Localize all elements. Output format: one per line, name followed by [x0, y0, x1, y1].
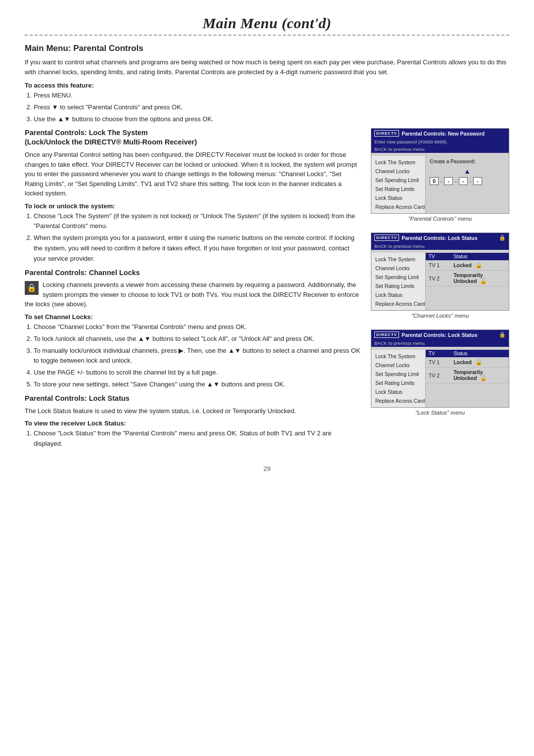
- access-feature-label: To access this feature:: [25, 82, 509, 89]
- screen1-panel-title: Create a Password:: [430, 159, 505, 164]
- screen3-subtext: BACK to previous menu.: [371, 339, 509, 347]
- lock-icon: 🔒: [25, 281, 39, 295]
- screen2-channel-locks: Channel Locks: [371, 264, 425, 273]
- tv1-lock-icon-3: 🔒: [475, 359, 483, 366]
- screen2-menu: Lock The System Channel Locks Set Spendi…: [371, 253, 426, 310]
- channel-lock-step-3: To manually lock/unlock individual chann…: [34, 346, 361, 367]
- tv1-row-3: TV 1 Locked 🔒: [426, 357, 509, 368]
- tv1-status: Locked 🔒: [450, 260, 509, 271]
- screen2-title: Parental Controls: Lock Status: [401, 235, 477, 241]
- menu-lock-status: Lock Status: [371, 193, 425, 202]
- tv-screen-2: DIRECTV Parental Controls: Lock Status 🔒…: [371, 233, 509, 311]
- tv1-status-3: Locked 🔒: [450, 357, 509, 368]
- access-feature-steps: Press MENU. Press ▼ to select "Parental …: [34, 91, 509, 124]
- screen2-caption: "Channel Locks" menu: [371, 313, 509, 319]
- screen3-lock-icon: 🔒: [499, 331, 506, 338]
- digit-1: -: [444, 177, 453, 185]
- lock-step-1: Choose "Lock The System" (if the system …: [34, 211, 361, 232]
- intro-text: If you want to control what channels and…: [25, 57, 509, 77]
- channel-lock-step-2: To lock /unlock all channels, use the ▲▼…: [34, 334, 361, 344]
- divider: [25, 35, 509, 36]
- access-step-2: Press ▼ to select "Parental Controls" an…: [34, 102, 509, 113]
- screen3-channel-locks: Channel Locks: [371, 361, 425, 370]
- status3-header-row: TV Status: [426, 350, 509, 357]
- digit-3: -: [473, 177, 482, 185]
- menu-set-spending: Set Spending Limit: [371, 176, 425, 185]
- page-title: Main Menu (cont'd): [25, 15, 509, 32]
- lock-system-body: Once any Parental Control setting has be…: [25, 150, 361, 198]
- screen1-title: Parental Controls: New Password: [401, 131, 485, 137]
- screen1-header: DIRECTV Parental Controls: New Password: [371, 129, 509, 138]
- lock-system-title: Parental Controls: Lock The System (Lock…: [25, 128, 361, 147]
- screen2-rating: Set Rating Limits: [371, 282, 425, 290]
- status-col-header: Status: [450, 253, 509, 260]
- tv2-status-3: TemporarilyUnlocked 🔓: [450, 368, 509, 383]
- screen2-lock-icon: 🔒: [499, 235, 506, 241]
- directv-logo-2: DIRECTV: [374, 235, 399, 241]
- screen3-lock-system: Lock The System: [371, 352, 425, 361]
- lock-status-steps: Choose "Lock Status" from the "Parental …: [34, 428, 361, 449]
- screen3-panel: TV Status TV 1 Locked 🔒: [426, 350, 509, 407]
- lock-status-table: TV Status TV 1 Locked 🔒: [426, 350, 509, 383]
- tv-col-header: TV: [426, 253, 450, 260]
- menu-lock-system: Lock The System: [371, 158, 425, 167]
- tv2-lock-icon-3: 🔓: [480, 375, 487, 381]
- tv1-label: TV 1: [426, 260, 450, 271]
- channel-lock-step-4: Use the PAGE +/- buttons to scroll the c…: [34, 368, 361, 378]
- dash-2: -: [455, 179, 456, 184]
- screen1-subtext2: BACK to previous menu.: [371, 145, 509, 153]
- parental-controls-screen: DIRECTV Parental Controls: New Password …: [371, 128, 509, 224]
- screen3-caption: "Lock Status" menu: [371, 410, 509, 416]
- channel-lock-step-5: To store your new settings, select "Save…: [34, 379, 361, 390]
- digit-0: 0: [430, 177, 439, 185]
- directv-logo-3: DIRECTV: [374, 331, 399, 338]
- screen2-header: DIRECTV Parental Controls: Lock Status 🔒: [371, 233, 509, 242]
- lock-status-step-1: Choose "Lock Status" from the "Parental …: [34, 428, 361, 449]
- screen2-lock-system: Lock The System: [371, 255, 425, 264]
- tv2-status: TemporarilyUnlocked 🔓: [450, 271, 509, 286]
- lock-system-steps: Choose "Lock The System" (if the system …: [34, 211, 361, 264]
- status3-col-header: Status: [450, 350, 509, 357]
- tv2-row-3: TV 2 TemporarilyUnlocked 🔓: [426, 368, 509, 383]
- screen2-panel: TV Status TV 1 Locked 🔒: [426, 253, 509, 310]
- dash-3: -: [470, 179, 471, 184]
- menu-set-rating: Set Rating Limits: [371, 185, 425, 193]
- to-lock-label: To lock or unlock the system:: [25, 202, 361, 210]
- lock-status-screen: DIRECTV Parental Controls: Lock Status 🔒…: [371, 330, 509, 418]
- tv1-label-3: TV 1: [426, 357, 450, 368]
- channel-lock-step-1: Choose "Channel Locks" from the "Parenta…: [34, 322, 361, 332]
- screen3-spending: Set Spending Limit: [371, 370, 425, 378]
- to-view-label: To view the receiver Lock Status:: [25, 420, 361, 427]
- tv2-row: TV 2 TemporarilyUnlocked 🔓: [426, 271, 509, 286]
- to-set-channel-label: To set Channel Locks:: [25, 313, 361, 321]
- tv1-lock-icon: 🔒: [475, 262, 483, 269]
- page-number: 29: [25, 465, 509, 472]
- channel-locks-screen: DIRECTV Parental Controls: Lock Status 🔒…: [371, 233, 509, 321]
- screen1-caption: "Parental Controls" menu: [371, 216, 509, 222]
- screen1-panel: Create a Password: ▲ 0 - - - - - -: [426, 156, 509, 213]
- tv3-col-header: TV: [426, 350, 450, 357]
- tv2-lock-icon: 🔓: [480, 278, 487, 284]
- directv-logo: DIRECTV: [374, 130, 399, 137]
- password-display: 0 - - - - - -: [430, 177, 505, 185]
- lock-status-title: Parental Controls: Lock Status: [25, 394, 361, 403]
- screen3-menu: Lock The System Channel Locks Set Spendi…: [371, 350, 426, 407]
- lock-step-2: When the system prompts you for a passwo…: [34, 233, 361, 264]
- channel-locks-body: 🔒 Locking channels prevents a viewer fro…: [25, 280, 361, 309]
- dash-1: -: [441, 179, 442, 184]
- main-section-title: Main Menu: Parental Controls: [25, 44, 509, 53]
- channel-locks-title: Parental Controls: Channel Locks: [25, 268, 361, 278]
- menu-replace-card: Replace Access Card: [371, 202, 425, 211]
- tv2-label: TV 2: [426, 271, 450, 286]
- status-header-row: TV Status: [426, 253, 509, 260]
- left-column: Parental Controls: Lock The System (Lock…: [25, 128, 361, 453]
- screen2-spending: Set Spending Limit: [371, 273, 425, 282]
- tv1-row: TV 1 Locked 🔒: [426, 260, 509, 271]
- tv-screen-1: DIRECTV Parental Controls: New Password …: [371, 128, 509, 214]
- right-column: DIRECTV Parental Controls: New Password …: [371, 128, 509, 453]
- screen3-status: Lock Status: [371, 387, 425, 396]
- digit-2: -: [459, 177, 468, 185]
- screen2-card: Replace Access Card: [371, 299, 425, 308]
- screen3-body: Lock The System Channel Locks Set Spendi…: [371, 350, 509, 407]
- access-step-1: Press MENU.: [34, 91, 509, 101]
